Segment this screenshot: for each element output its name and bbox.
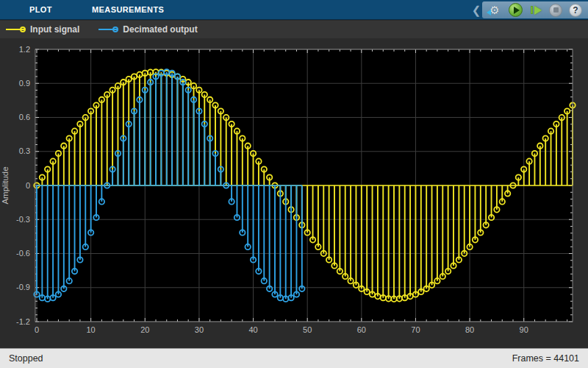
tab-plot[interactable]: PLOT bbox=[22, 0, 60, 20]
legend: Input signal Decimated output bbox=[0, 21, 588, 38]
svg-text:80: 80 bbox=[465, 325, 474, 334]
legend-label: Input signal bbox=[30, 24, 79, 35]
step-forward-button[interactable] bbox=[529, 4, 542, 17]
simulation-settings-button[interactable]: ⚙ bbox=[487, 3, 502, 18]
svg-text:0: 0 bbox=[26, 181, 30, 190]
run-button[interactable] bbox=[509, 3, 523, 17]
frames-count: Frames = 44101 bbox=[512, 353, 579, 364]
tab-measurements[interactable]: MEASUREMENTS bbox=[85, 0, 171, 20]
legend-circle-marker-0 bbox=[20, 26, 26, 32]
stem-plot-canvas[interactable]: 0102030405060708090-1.2-0.9-0.6-0.300.30… bbox=[0, 38, 588, 348]
scope-window: PLOT MEASUREMENTS ❮ ⚙ ? Input bbox=[0, 0, 588, 368]
svg-text:0.9: 0.9 bbox=[19, 79, 30, 88]
toolstrip: PLOT MEASUREMENTS ❮ ⚙ ? bbox=[0, 0, 588, 20]
status-bar: Stopped Frames = 44101 bbox=[0, 348, 588, 368]
svg-text:-1.2: -1.2 bbox=[16, 317, 30, 326]
svg-text:1.2: 1.2 bbox=[19, 45, 30, 54]
legend-circle-marker-1 bbox=[112, 26, 118, 32]
chart-region: 0102030405060708090-1.2-0.9-0.6-0.300.30… bbox=[0, 38, 588, 348]
svg-text:90: 90 bbox=[520, 325, 528, 334]
stop-square-icon bbox=[553, 7, 559, 13]
svg-text:Amplitude: Amplitude bbox=[1, 166, 10, 204]
step-back-arrow-icon bbox=[487, 10, 491, 15]
gear-icon: ⚙ bbox=[490, 3, 499, 18]
step-forward-triangle-icon bbox=[534, 6, 542, 15]
help-button[interactable]: ? bbox=[569, 4, 582, 17]
legend-item-decimated-output[interactable]: Decimated output bbox=[98, 24, 197, 35]
status-text: Stopped bbox=[9, 353, 43, 364]
svg-text:40: 40 bbox=[248, 325, 257, 334]
svg-text:-0.3: -0.3 bbox=[16, 215, 30, 224]
svg-text:-0.6: -0.6 bbox=[16, 249, 30, 258]
svg-text:0: 0 bbox=[35, 325, 39, 334]
legend-item-input-signal[interactable]: Input signal bbox=[6, 24, 79, 35]
simulate-tool-panel: ⚙ ? bbox=[482, 1, 588, 18]
svg-text:30: 30 bbox=[195, 325, 204, 334]
svg-text:10: 10 bbox=[87, 325, 96, 334]
legend-label: Decimated output bbox=[123, 24, 197, 35]
step-forward-bar-icon bbox=[531, 6, 533, 14]
svg-text:-0.9: -0.9 bbox=[16, 283, 30, 291]
svg-text:70: 70 bbox=[411, 325, 420, 334]
svg-text:0.6: 0.6 bbox=[19, 113, 30, 121]
svg-text:20: 20 bbox=[140, 325, 149, 334]
play-icon bbox=[514, 7, 520, 14]
collapse-toolstrip-icon[interactable]: ❮ bbox=[470, 3, 482, 17]
stop-button[interactable] bbox=[549, 4, 562, 17]
svg-text:50: 50 bbox=[303, 325, 312, 334]
svg-text:60: 60 bbox=[357, 325, 366, 334]
svg-text:0.3: 0.3 bbox=[19, 146, 30, 155]
